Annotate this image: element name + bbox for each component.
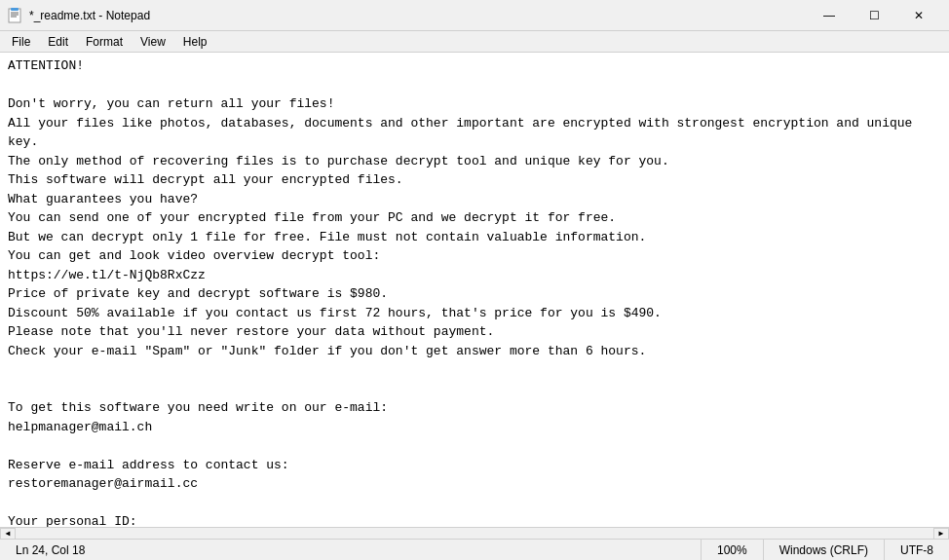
- menu-view[interactable]: View: [133, 33, 173, 51]
- menu-file[interactable]: File: [4, 33, 38, 51]
- window-controls: — ☐ ✕: [807, 0, 941, 31]
- scroll-right-button[interactable]: ▶: [933, 528, 949, 540]
- menu-edit[interactable]: Edit: [40, 33, 76, 51]
- menu-bar: File Edit Format View Help: [0, 31, 949, 53]
- svg-rect-0: [9, 9, 20, 22]
- svg-rect-1: [11, 8, 19, 11]
- horizontal-scrollbar[interactable]: ◀ ▶: [0, 527, 949, 539]
- status-encoding-section: UTF-8: [884, 540, 949, 560]
- title-bar-left: *_readme.txt - Notepad: [8, 8, 150, 23]
- scroll-track[interactable]: [16, 528, 933, 540]
- editor-content[interactable]: ATTENTION! Don't worry, you can return a…: [0, 53, 949, 527]
- encoding: UTF-8: [900, 543, 933, 557]
- menu-help[interactable]: Help: [175, 33, 215, 51]
- status-zoom-section: 100%: [701, 540, 763, 560]
- window-title: *_readme.txt - Notepad: [29, 9, 150, 22]
- status-bar: Ln 24, Col 18 100% Windows (CRLF) UTF-8: [0, 539, 949, 560]
- title-bar: *_readme.txt - Notepad — ☐ ✕: [0, 0, 949, 31]
- minimize-button[interactable]: —: [807, 0, 852, 31]
- zoom-level: 100%: [717, 543, 747, 557]
- status-position-section: Ln 24, Col 18: [0, 540, 701, 560]
- status-line-ending-section: Windows (CRLF): [763, 540, 884, 560]
- menu-format[interactable]: Format: [78, 33, 131, 51]
- close-button[interactable]: ✕: [896, 0, 941, 31]
- line-ending: Windows (CRLF): [779, 543, 868, 557]
- cursor-position: Ln 24, Col 18: [16, 543, 85, 557]
- editor-wrapper: ATTENTION! Don't worry, you can return a…: [0, 53, 949, 527]
- scroll-left-button[interactable]: ◀: [0, 528, 16, 540]
- notepad-icon: [8, 8, 23, 23]
- maximize-button[interactable]: ☐: [852, 0, 896, 31]
